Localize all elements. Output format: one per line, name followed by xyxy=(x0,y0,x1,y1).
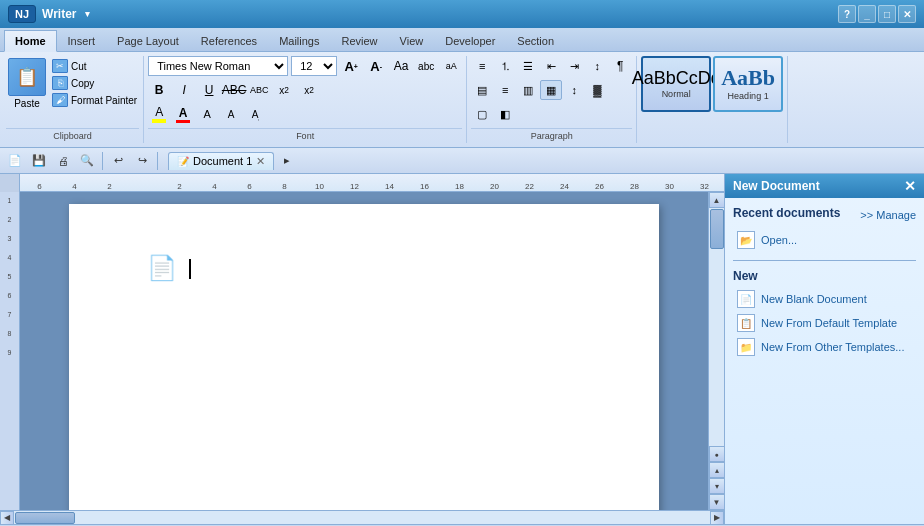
show-formatting-btn[interactable]: ¶ xyxy=(609,56,631,76)
scroll-page-up-btn[interactable]: ▴ xyxy=(709,462,725,478)
scroll-track[interactable] xyxy=(709,208,724,446)
sort-btn[interactable]: ↕ xyxy=(586,56,608,76)
tab-developer[interactable]: Developer xyxy=(434,29,506,51)
cut-icon: ✂ xyxy=(52,59,68,73)
vertical-scrollbar[interactable]: ▲ ● ▴ ▾ ▼ xyxy=(708,192,724,510)
panel-header: New Document ✕ xyxy=(725,174,924,198)
scroll-thumb[interactable] xyxy=(710,209,724,249)
increase-indent-btn[interactable]: ⇥ xyxy=(563,56,585,76)
tab-insert[interactable]: Insert xyxy=(57,29,107,51)
para-controls: ≡ ⒈ ☰ ⇤ ⇥ ↕ ¶ ▤ ≡ ▥ ▦ ↕ ▓ xyxy=(471,56,632,126)
scroll-right-btn[interactable]: ▶ xyxy=(710,511,724,525)
tab-home[interactable]: Home xyxy=(4,30,57,52)
bold-btn[interactable]: B xyxy=(148,80,170,100)
char-border-btn[interactable]: A xyxy=(220,104,242,124)
scroll-center-btn[interactable]: ● xyxy=(709,446,725,462)
border-btn[interactable]: ▢ xyxy=(471,104,493,124)
styles-content: AaBbCcDd Normal AaBb Heading 1 xyxy=(641,56,783,112)
numbering-btn[interactable]: ⒈ xyxy=(494,56,516,76)
undo-btn[interactable]: ↩ xyxy=(107,151,129,171)
scroll-left-btn[interactable]: ◀ xyxy=(0,511,14,525)
font-grow-btn[interactable]: A+ xyxy=(340,56,362,76)
paste-icon: 📋 xyxy=(8,58,46,96)
second-toolbar: 📄 💾 🖨 🔍 ↩ ↪ 📝 Document 1 ✕ ▸ xyxy=(0,148,924,174)
copy-label: Copy xyxy=(71,78,94,89)
new-from-other-templates-item[interactable]: 📁 New From Other Templates... xyxy=(733,335,916,359)
para-row1: ≡ ⒈ ☰ ⇤ ⇥ ↕ ¶ xyxy=(471,56,632,76)
tab-references[interactable]: References xyxy=(190,29,268,51)
small-caps-btn[interactable]: ABC xyxy=(248,80,270,100)
scroll-up-btn[interactable]: ▲ xyxy=(709,192,725,208)
tab-view[interactable]: View xyxy=(389,29,435,51)
text-effect-btn[interactable]: abc xyxy=(415,56,437,76)
align-left-btn[interactable]: ▤ xyxy=(471,80,493,100)
cut-button[interactable]: ✂ Cut xyxy=(50,58,139,74)
print-preview-btn[interactable]: 🔍 xyxy=(76,151,98,171)
copy-button[interactable]: ⎘ Copy xyxy=(50,75,139,91)
new-blank-doc-item[interactable]: 📄 New Blank Document xyxy=(733,287,916,311)
tab-bar: Home Insert Page Layout References Maili… xyxy=(0,28,924,52)
justify-btn[interactable]: ▦ xyxy=(540,80,562,100)
scroll-page-down-btn[interactable]: ▾ xyxy=(709,478,725,494)
recent-docs-title: Recent documents xyxy=(733,206,840,220)
char-shading-btn[interactable]: A xyxy=(244,104,266,124)
text-bg-color-btn[interactable]: A xyxy=(196,104,218,124)
paste-button[interactable]: 📋 Paste xyxy=(6,56,48,111)
close-btn[interactable]: ✕ xyxy=(898,5,916,23)
align-center-btn[interactable]: ≡ xyxy=(494,80,516,100)
clear-format-btn[interactable]: Aa xyxy=(390,56,412,76)
minimize-btn[interactable]: _ xyxy=(858,5,876,23)
document-page[interactable]: 📄 xyxy=(69,204,659,510)
clipboard-small-btns: ✂ Cut ⎘ Copy 🖌 Format Painter xyxy=(50,58,139,108)
underline-btn[interactable]: U xyxy=(198,80,220,100)
highlight-btn[interactable]: A xyxy=(148,104,170,124)
italic-btn[interactable]: I xyxy=(173,80,195,100)
paragraph-group-label: Paragraph xyxy=(471,128,632,143)
bullets-btn[interactable]: ≡ xyxy=(471,56,493,76)
font-color-btn[interactable]: A xyxy=(172,104,194,124)
app-dropdown-btn[interactable]: ▾ xyxy=(81,7,95,21)
tab-section[interactable]: Section xyxy=(506,29,565,51)
font-size-select[interactable]: 12 xyxy=(291,56,337,76)
align-right-btn[interactable]: ▥ xyxy=(517,80,539,100)
title-bar: NJ Writer ▾ ? _ □ ✕ xyxy=(0,0,924,28)
new-doc-btn[interactable]: 📄 xyxy=(4,151,26,171)
panel-close-btn[interactable]: ✕ xyxy=(904,178,916,194)
clipboard-group-label: Clipboard xyxy=(6,128,139,143)
line-spacing-btn[interactable]: ↕ xyxy=(563,80,585,100)
style-normal-preview: AaBbCcDd xyxy=(632,69,721,87)
shading-btn[interactable]: ◧ xyxy=(494,104,516,124)
abc-btn2[interactable]: aA xyxy=(440,56,462,76)
horizontal-scrollbar[interactable]: ◀ ▶ xyxy=(0,510,724,524)
format-painter-label: Format Painter xyxy=(71,95,137,106)
outline-btn[interactable]: ☰ xyxy=(517,56,539,76)
manage-link[interactable]: >> Manage xyxy=(860,209,916,221)
print-btn[interactable]: 🖨 xyxy=(52,151,74,171)
redo-btn[interactable]: ↪ xyxy=(131,151,153,171)
doc-tab-close-btn[interactable]: ✕ xyxy=(256,155,265,168)
document-tab[interactable]: 📝 Document 1 ✕ xyxy=(168,152,274,170)
help-btn[interactable]: ? xyxy=(838,5,856,23)
format-painter-button[interactable]: 🖌 Format Painter xyxy=(50,92,139,108)
style-normal[interactable]: AaBbCcDd Normal xyxy=(641,56,711,112)
superscript-btn[interactable]: x2 xyxy=(298,80,320,100)
font-shrink-btn[interactable]: A- xyxy=(365,56,387,76)
tab-review[interactable]: Review xyxy=(330,29,388,51)
page-canvas[interactable]: 📄 xyxy=(20,192,708,510)
tab-mailings[interactable]: Mailings xyxy=(268,29,330,51)
strikethrough-btn[interactable]: ABC xyxy=(223,80,245,100)
subscript-btn[interactable]: x2 xyxy=(273,80,295,100)
save-btn[interactable]: 💾 xyxy=(28,151,50,171)
hscroll-thumb[interactable] xyxy=(15,512,75,524)
decrease-indent-btn[interactable]: ⇤ xyxy=(540,56,562,76)
font-family-select[interactable]: Times New Roman xyxy=(148,56,288,76)
style-heading1[interactable]: AaBb Heading 1 xyxy=(713,56,783,112)
tab-page-layout[interactable]: Page Layout xyxy=(106,29,190,51)
maximize-btn[interactable]: □ xyxy=(878,5,896,23)
scroll-down-btn[interactable]: ▼ xyxy=(709,494,725,510)
hscroll-track[interactable] xyxy=(14,511,710,524)
new-from-default-template-item[interactable]: 📋 New From Default Template xyxy=(733,311,916,335)
nav-arrow-btn[interactable]: ▸ xyxy=(276,151,298,171)
open-file-item[interactable]: 📂 Open... xyxy=(733,228,916,252)
highlight-para-btn[interactable]: ▓ xyxy=(586,80,608,100)
